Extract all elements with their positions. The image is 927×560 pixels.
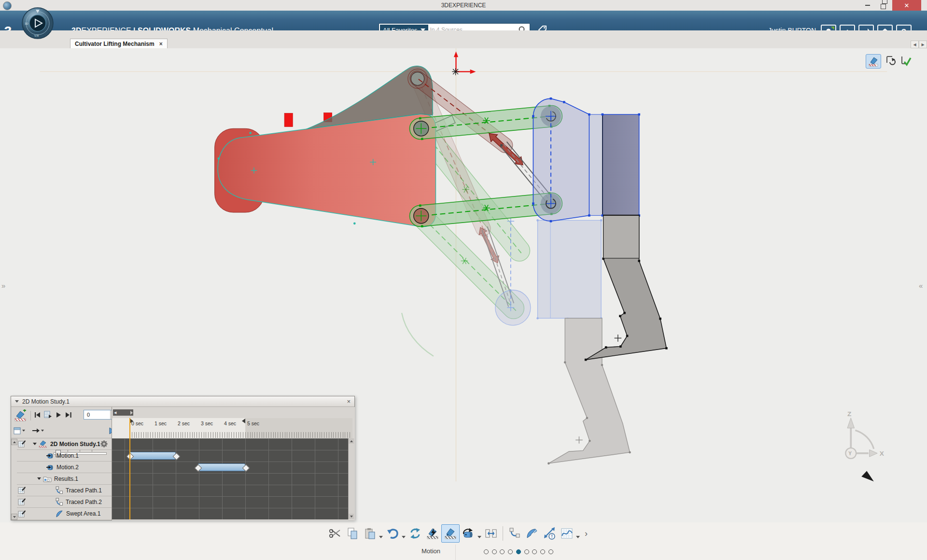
restore-button[interactable]: [877, 0, 891, 11]
left-panel-expander[interactable]: »: [1, 281, 5, 290]
toolbar-divider: [30, 411, 31, 420]
playhead-line[interactable]: [129, 418, 130, 519]
skip-end-icon: [65, 412, 72, 418]
panel-close-icon[interactable]: ×: [347, 398, 351, 405]
clamp-lower-block[interactable]: [604, 215, 639, 258]
traced-path-icon: [55, 498, 63, 506]
scroll-up[interactable]: [349, 438, 354, 444]
accept-button[interactable]: [899, 54, 913, 68]
exit-sketch-button[interactable]: [884, 54, 898, 68]
collapse-icon[interactable]: [15, 400, 19, 403]
right-panel-expander[interactable]: «: [919, 281, 923, 290]
ghost-shank[interactable]: [548, 318, 631, 464]
timeline-pan-bar[interactable]: ◀: [113, 409, 133, 416]
plot-edit-icon[interactable]: [18, 510, 26, 518]
clamp-bracket[interactable]: [532, 98, 640, 223]
measure-button[interactable]: !: [541, 525, 558, 542]
timeline-scrollbar[interactable]: [348, 438, 355, 519]
start-time-marker[interactable]: [130, 419, 133, 423]
minimize-button[interactable]: [860, 0, 875, 11]
new-motion-study-button[interactable]: [13, 408, 28, 423]
close-button[interactable]: ✕: [892, 0, 921, 11]
cut-button[interactable]: [326, 525, 344, 542]
skip-start-icon: [34, 412, 41, 418]
tab-scroll-left[interactable]: ◀: [911, 41, 919, 48]
tree-label[interactable]: Swept Area.1: [66, 510, 100, 517]
tree-label[interactable]: 2D Motion Study.1: [50, 441, 100, 448]
svg-text:3D: 3D: [25, 22, 28, 25]
compress-view-button[interactable]: [482, 525, 500, 542]
toolbar-overflow[interactable]: ›: [585, 529, 588, 539]
tab-scroll-right[interactable]: ▶: [919, 41, 927, 48]
plot-dropdown-caret[interactable]: [576, 536, 580, 538]
play-button[interactable]: [55, 410, 62, 419]
motion-study-button[interactable]: [441, 524, 460, 543]
ruler-label: 3 sec: [201, 420, 213, 426]
page-dot-active[interactable]: [516, 549, 521, 554]
page-dot[interactable]: [484, 549, 489, 554]
plot-results-button[interactable]: [558, 525, 576, 542]
undo-button[interactable]: [384, 525, 401, 542]
chevron-down-icon: [22, 430, 25, 432]
motion-study-panel-title: 2D Motion Study.1: [22, 398, 70, 405]
tree-label[interactable]: Motion.1: [56, 452, 79, 459]
plot-edit-icon[interactable]: [18, 440, 26, 448]
tree-row-traced2[interactable]: Traced Path.2: [17, 496, 112, 508]
copy-button[interactable]: [344, 525, 361, 542]
go-to-end-button[interactable]: [64, 410, 73, 419]
timeline-ruler[interactable]: 0 sec1 sec2 sec3 sec4 sec5 sec: [112, 418, 352, 439]
playback-mode-button[interactable]: [30, 425, 45, 436]
lift-plate[interactable]: [215, 112, 436, 226]
go-to-start-button[interactable]: [33, 410, 42, 419]
tree-row-traced1[interactable]: Traced Path.1: [17, 485, 112, 496]
calculate-motion-button[interactable]: [424, 525, 441, 542]
restore-icon: [881, 2, 887, 9]
expand-icon[interactable]: [33, 443, 37, 445]
timeline-bar-motion2[interactable]: [198, 463, 245, 471]
motion-study-mode-button[interactable]: [866, 54, 881, 69]
3dexperience-compass-icon[interactable]: 3D V.R: [21, 7, 54, 40]
plot-edit-icon[interactable]: [18, 486, 26, 494]
motion-toolbar: 0 ▲▼: [11, 407, 112, 438]
tree-row-motion1[interactable]: Motion.1: [17, 450, 112, 462]
expand-icon[interactable]: [37, 477, 41, 480]
scissors-icon: [329, 527, 341, 540]
rebuild-button[interactable]: [407, 525, 424, 542]
tree-label[interactable]: Results.1: [54, 476, 78, 482]
plot-edit-icon[interactable]: [18, 498, 26, 506]
tree-row-motion2[interactable]: Motion.2: [17, 462, 112, 473]
document-tab[interactable]: Cultivator Lifting Mechanism ×: [70, 39, 168, 49]
traced-path-button[interactable]: [506, 525, 523, 542]
page-dot[interactable]: [492, 549, 497, 554]
calculate-button[interactable]: [43, 410, 53, 420]
tree-label[interactable]: Traced Path.2: [66, 499, 102, 505]
compress-icon: [484, 527, 498, 540]
swept-area-button[interactable]: [523, 525, 541, 542]
paste-button[interactable]: [361, 525, 379, 542]
gear-icon[interactable]: [100, 440, 108, 448]
end-time-marker[interactable]: [242, 419, 245, 423]
page-dot[interactable]: [548, 549, 553, 554]
tree-row-study[interactable]: 2D Motion Study.1: [17, 438, 112, 450]
tree-row-swept[interactable]: Swept Area.1: [17, 508, 112, 519]
page-dot[interactable]: [524, 549, 529, 554]
motor-button[interactable]: [460, 525, 477, 542]
timeline-area[interactable]: ◀ 0 sec1 sec2 sec3 sec4 sec5 sec: [112, 407, 355, 520]
undo-dropdown-caret[interactable]: [402, 536, 406, 538]
window-grid-icon: [14, 427, 21, 434]
tree-label[interactable]: Traced Path.1: [66, 487, 102, 494]
view-orientation-triad: Y Z X: [845, 410, 884, 459]
timeline-bar-motion1[interactable]: [129, 452, 176, 460]
tab-close-icon[interactable]: ×: [159, 41, 163, 47]
scroll-down[interactable]: [349, 514, 354, 519]
motion-study-panel-titlebar[interactable]: 2D Motion Study.1 ×: [11, 396, 354, 407]
paste-dropdown-caret[interactable]: [379, 536, 383, 538]
tree-label[interactable]: Motion.2: [56, 464, 79, 471]
tree-row-results[interactable]: Results.1: [17, 473, 112, 485]
timeline-grid[interactable]: [112, 438, 349, 519]
motion-study-panel[interactable]: 2D Motion Study.1 ×: [11, 396, 355, 520]
page-dot[interactable]: [540, 549, 545, 554]
view-options-button[interactable]: [13, 425, 26, 436]
motor-dropdown-caret[interactable]: [478, 536, 481, 538]
triad-x-label: X: [880, 450, 885, 457]
